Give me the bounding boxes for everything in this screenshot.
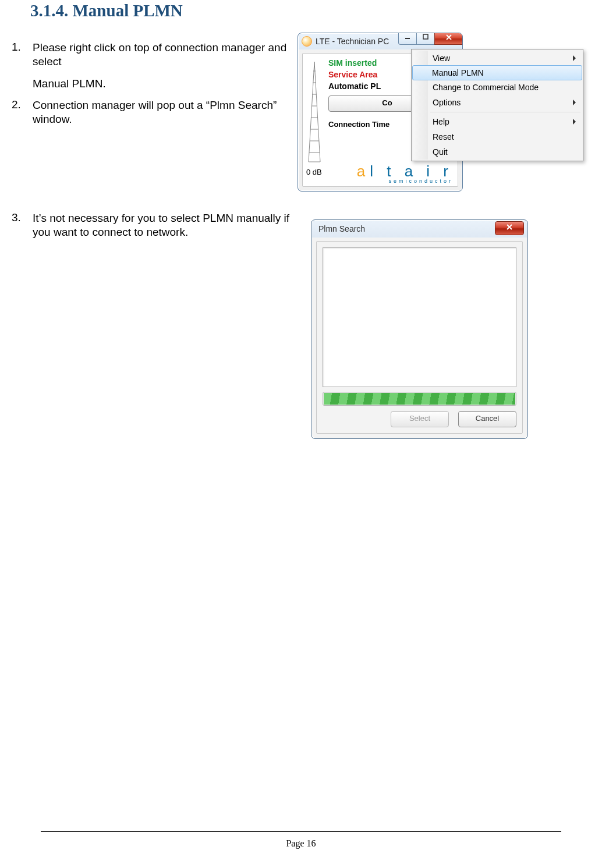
menu-label: Quit [433,147,448,157]
page-number: Page 16 [0,838,602,849]
footer-rule [41,831,561,832]
plmn-list[interactable] [323,247,516,387]
window-buttons [398,33,463,45]
figure-plmn-search-dialog: Plmn Search Select Cancel [311,219,528,439]
svg-rect-1 [423,34,428,39]
menu-label: Reset [433,132,454,141]
instruction-list: 1. Please right click on top of connecti… [12,41,291,247]
step-number: 2. [12,98,33,126]
svg-rect-0 [405,38,410,39]
step-text: Please right click on top of connection … [33,41,291,69]
step-text: Manual PLMN. [33,77,291,91]
submenu-arrow-icon [573,55,576,61]
altair-logo: al t a i r semiconductor [357,162,453,184]
signal-meter: 0 dB [306,59,323,176]
section-heading: 3.1.4. Manual PLMN [30,1,183,20]
maximize-icon [422,33,429,40]
close-icon [505,223,514,231]
svg-marker-2 [309,62,320,162]
select-button[interactable]: Select [391,411,449,427]
menu-item-change-mode[interactable]: Change to Commercial Mode [413,80,582,95]
step-3: 3. It’s not necessary for you to select … [12,211,291,239]
menu-item-view[interactable]: View [413,51,582,66]
menu-item-help[interactable]: Help [413,114,582,129]
submenu-arrow-icon [573,100,576,105]
signal-db-label: 0 dB [306,168,323,176]
menu-label: View [433,54,450,63]
close-button[interactable] [434,33,463,45]
menu-item-options[interactable]: Options [413,95,582,110]
close-icon [445,33,453,41]
minimize-icon [404,33,411,40]
minimize-button[interactable] [398,33,416,45]
cancel-button[interactable]: Cancel [458,411,516,427]
step-text: Connection manager will pop out a “Plmn … [33,98,291,126]
figure-connection-manager: LTE - Technician PC [298,33,590,190]
dialog-body: Select Cancel [316,241,523,434]
progress-stripes [324,393,515,405]
menu-item-quit[interactable]: Quit [413,144,582,160]
menu-item-manual-plmn[interactable]: Manual PLMN [412,65,582,80]
menu-label: Change to Commercial Mode [433,83,539,92]
step-number: 3. [12,211,33,239]
context-menu: View Manual PLMN Change to Commercial Mo… [411,49,583,161]
maximize-button[interactable] [416,33,434,45]
menu-label: Options [433,98,461,107]
step-number: 1. [12,41,33,90]
menu-item-reset[interactable]: Reset [413,129,582,144]
submenu-arrow-icon [573,119,576,125]
dialog-close-button[interactable] [495,221,524,235]
dialog-buttons: Select Cancel [391,411,516,427]
menu-separator [430,112,580,112]
app-icon [302,36,312,47]
step-1: 1. Please right click on top of connecti… [12,41,291,90]
signal-bars-icon [306,59,323,164]
step-text: It’s not necessary for you to select PLM… [33,211,291,239]
dialog-title: Plmn Search [318,224,365,233]
menu-label: Manual PLMN [432,68,484,77]
menu-label: Help [433,117,449,126]
step-2: 2. Connection manager will pop out a “Pl… [12,98,291,126]
search-progress-bar [323,392,516,406]
window-title: LTE - Technician PC [316,33,389,49]
